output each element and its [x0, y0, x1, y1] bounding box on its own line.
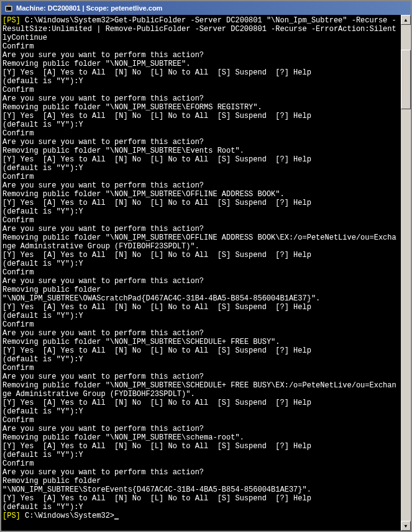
window-title: Machine: DC200801 | Scope: petenetlive.c… — [16, 4, 162, 12]
confirm-heading: Confirm — [2, 459, 34, 468]
svg-rect-2 — [7, 4, 10, 6]
confirm-heading: Confirm — [2, 173, 34, 181]
svg-rect-1 — [6, 7, 11, 11]
app-icon — [4, 3, 14, 13]
confirm-heading: Confirm — [2, 320, 34, 329]
confirm-heading: Confirm — [2, 416, 34, 425]
confirm-default: (default is "Y"):Y — [2, 120, 83, 129]
removing-folder: "\NON_IPM_SUBTREE\SCHEDULE+ FREE BUSY". — [106, 338, 280, 346]
confirm-default: (default is "Y"):Y — [2, 207, 83, 216]
removing-prefix: Removing public folder — [2, 103, 106, 112]
confirm-options: [Y] Yes [A] Yes to All [N] No [L] No to … — [2, 251, 311, 259]
confirm-default: (default is "Y"):Y — [2, 259, 83, 268]
ps-prompt-label: [PS] — [2, 16, 21, 25]
scroll-thumb[interactable] — [401, 50, 411, 109]
confirm-default: (default is "Y"):Y — [2, 164, 83, 173]
confirm-question: Are you sure you want to perform this ac… — [2, 329, 204, 338]
confirm-question: Are you sure you want to perform this ac… — [2, 425, 204, 433]
terminal-area: [PS] C:\Windows\System32>Get-PublicFolde… — [1, 15, 411, 531]
removing-folder: "\NON_IPM_SUBTREE\StoreEvents{D467AC4C-3… — [2, 485, 311, 494]
confirm-default: (default is "Y"):Y — [2, 312, 83, 320]
removing-prefix: Removing public folder — [2, 286, 106, 294]
confirm-options: [Y] Yes [A] Yes to All [N] No [L] No to … — [2, 494, 311, 503]
removing-folder: "\NON_IPM_SUBTREE\OWAScratchPad{D467AC4C… — [2, 294, 320, 303]
removing-prefix: Removing public folder — [2, 147, 106, 155]
scrollbar[interactable]: ▲ ▼ — [401, 15, 411, 531]
confirm-question: Are you sure you want to perform this ac… — [2, 138, 204, 147]
removing-folder: "\NON_IPM_SUBTREE". — [106, 60, 191, 68]
title-bar[interactable]: Machine: DC200801 | Scope: petenetlive.c… — [1, 1, 411, 15]
removing-prefix: Removing public folder — [2, 381, 106, 390]
confirm-question: Are you sure you want to perform this ac… — [2, 225, 204, 233]
confirm-question: Are you sure you want to perform this ac… — [2, 181, 204, 190]
confirm-heading: Confirm — [2, 268, 34, 277]
confirm-options: [Y] Yes [A] Yes to All [N] No [L] No to … — [2, 199, 311, 207]
confirm-options: [Y] Yes [A] Yes to All [N] No [L] No to … — [2, 442, 311, 451]
confirm-question: Are you sure you want to perform this ac… — [2, 51, 204, 60]
console-window: Machine: DC200801 | Scope: petenetlive.c… — [0, 0, 412, 532]
confirm-heading: Confirm — [2, 42, 34, 51]
confirm-options: [Y] Yes [A] Yes to All [N] No [L] No to … — [2, 346, 311, 355]
confirm-default: (default is "Y"):Y — [2, 451, 83, 459]
ps-prompt-path: C:\Windows\System32> — [21, 16, 114, 25]
terminal-output[interactable]: [PS] C:\Windows\System32>Get-PublicFolde… — [1, 15, 401, 531]
ps-prompt-label: [PS] — [2, 512, 21, 520]
removing-folder: "\NON_IPM_SUBTREE\schema-root". — [106, 433, 244, 442]
confirm-default: (default is "Y"):Y — [2, 407, 83, 416]
confirm-heading: Confirm — [2, 216, 34, 225]
confirm-options: [Y] Yes [A] Yes to All [N] No [L] No to … — [2, 68, 311, 77]
confirm-default: (default is "Y"):Y — [2, 355, 83, 364]
removing-folder: "\NON_IPM_SUBTREE\EFORMS REGISTRY". — [106, 103, 262, 112]
removing-folder: "\NON_IPM_SUBTREE\Events Root". — [106, 147, 244, 155]
ps-prompt-path: C:\Windows\System32> — [21, 512, 114, 520]
removing-prefix: Removing public folder — [2, 60, 106, 68]
confirm-heading: Confirm — [2, 364, 34, 372]
svg-point-3 — [7, 9, 8, 10]
removing-prefix: Removing public folder — [2, 477, 106, 485]
confirm-question: Are you sure you want to perform this ac… — [2, 372, 204, 381]
scroll-down-button[interactable]: ▼ — [401, 521, 411, 531]
confirm-heading: Confirm — [2, 86, 34, 94]
confirm-question: Are you sure you want to perform this ac… — [2, 94, 204, 103]
confirm-default: (default is "Y"):Y — [2, 503, 83, 512]
removing-folder: "\NON_IPM_SUBTREE\OFFLINE ADDRESS BOOK". — [106, 190, 285, 199]
removing-prefix: Removing public folder — [2, 433, 106, 442]
removing-prefix: Removing public folder — [2, 190, 106, 199]
removing-prefix: Removing public folder — [2, 233, 106, 242]
scroll-track[interactable] — [401, 25, 411, 521]
confirm-options: [Y] Yes [A] Yes to All [N] No [L] No to … — [2, 112, 311, 120]
confirm-default: (default is "Y"):Y — [2, 77, 83, 86]
confirm-options: [Y] Yes [A] Yes to All [N] No [L] No to … — [2, 155, 311, 164]
cursor — [114, 518, 119, 520]
confirm-options: [Y] Yes [A] Yes to All [N] No [L] No to … — [2, 399, 311, 407]
confirm-question: Are you sure you want to perform this ac… — [2, 468, 204, 477]
scroll-up-button[interactable]: ▲ — [401, 15, 411, 25]
confirm-options: [Y] Yes [A] Yes to All [N] No [L] No to … — [2, 303, 311, 312]
removing-prefix: Removing public folder — [2, 338, 106, 346]
confirm-heading: Confirm — [2, 129, 34, 138]
confirm-question: Are you sure you want to perform this ac… — [2, 277, 204, 286]
